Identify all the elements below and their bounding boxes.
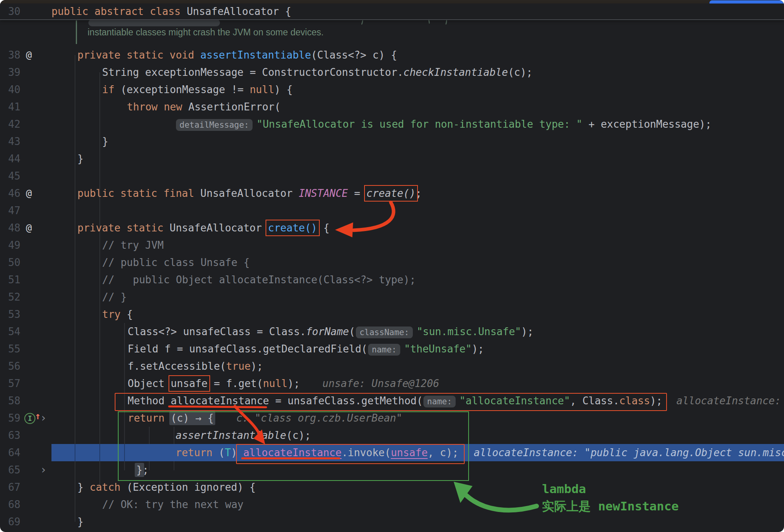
- code-token: );: [251, 360, 263, 372]
- line-number[interactable]: 55: [0, 340, 20, 358]
- code-token: ) {: [274, 84, 293, 95]
- code-token: private static void: [77, 49, 194, 61]
- line-number[interactable]: 51: [0, 271, 20, 288]
- code-line-50[interactable]: // public class Unsafe {: [51, 254, 784, 271]
- code-token: // public Object allocateInstance(Class<…: [102, 274, 416, 286]
- code-token: );: [521, 326, 533, 338]
- annotation-lambda-note: lambda实际上是 newInstance: [542, 480, 679, 515]
- code-line-45[interactable]: [51, 167, 784, 185]
- line-number[interactable]: 41: [0, 98, 20, 116]
- line-number[interactable]: 58: [0, 392, 20, 409]
- line-number[interactable]: 48: [0, 219, 20, 237]
- line-number[interactable]: 49: [0, 237, 20, 254]
- line-number[interactable]: 52: [0, 288, 20, 306]
- code-line-39[interactable]: String exceptionMessage = ConstructorCon…: [51, 64, 784, 81]
- code-line-41[interactable]: throw new AssertionError(: [51, 98, 784, 116]
- code-token: // public class Unsafe {: [102, 257, 250, 268]
- code-token: unsafe: [171, 378, 208, 389]
- code-token: );: [472, 343, 484, 355]
- code-token: "theUnsafe": [404, 343, 472, 355]
- code-token: catch: [90, 481, 120, 493]
- code-token: Field f = unsafeClass.getDeclaredField(: [128, 343, 367, 355]
- parameter-hint-pill[interactable]: detailMessage:: [176, 119, 253, 131]
- parameter-hint-pill[interactable]: className:: [356, 327, 412, 338]
- line-number[interactable]: 67: [0, 479, 20, 496]
- code-line-49[interactable]: // try JVM: [51, 237, 784, 254]
- line-number[interactable]: 53: [0, 306, 20, 323]
- code-token: f.setAccessible(: [128, 360, 226, 372]
- code-token: (Class<?> c) {: [311, 49, 397, 61]
- code-line-56[interactable]: f.setAccessible(true);: [51, 358, 784, 375]
- code-token: }: [77, 481, 90, 493]
- code-line-57[interactable]: Object unsafe = f.get(null); unsafe: Uns…: [51, 375, 784, 392]
- code-line-47[interactable]: [51, 202, 784, 219]
- navigate-up-icon[interactable]: ↑: [35, 410, 43, 422]
- window-top-strip: [0, 0, 784, 4]
- code-line-55[interactable]: Field f = unsafeClass.getDeclaredField(n…: [51, 340, 784, 358]
- line-number[interactable]: 57: [0, 375, 20, 392]
- line-number[interactable]: 47: [0, 202, 20, 219]
- code-line-54[interactable]: Class<?> unsafeClass = Class.forName(cla…: [51, 323, 784, 340]
- code-token: =: [348, 187, 366, 199]
- code-line-69[interactable]: }: [51, 513, 784, 530]
- code-token: unsafe: Unsafe@1206: [310, 378, 439, 389]
- code-line-52[interactable]: // }: [51, 288, 784, 306]
- line-number[interactable]: 40: [0, 81, 20, 98]
- line-number[interactable]: 64: [0, 444, 20, 461]
- lambda-note-line1: lambda: [542, 482, 586, 496]
- code-line-38[interactable]: private static void assertInstantiable(C…: [51, 46, 784, 64]
- line-number[interactable]: 59: [0, 409, 20, 427]
- line-number[interactable]: 46: [0, 185, 20, 202]
- line-number[interactable]: 56: [0, 358, 20, 375]
- code-token: UnsafeAllocator: [163, 222, 268, 234]
- code-line-48[interactable]: private static UnsafeAllocator create() …: [51, 219, 784, 237]
- line-number[interactable]: 38: [0, 46, 20, 64]
- code-line-46[interactable]: public static final UnsafeAllocator INST…: [51, 185, 784, 202]
- code-token: ;: [416, 187, 422, 199]
- code-token: AssertionError(: [182, 101, 280, 113]
- annotation-underline-allocateinstance: [241, 457, 340, 459]
- code-line-42[interactable]: detailMessage:"UnsafeAllocator is used f…: [51, 116, 784, 133]
- line-number[interactable]: 54: [0, 323, 20, 340]
- code-token: UnsafeAllocator {: [181, 6, 291, 17]
- code-line-43[interactable]: }: [51, 133, 784, 150]
- code-line-44[interactable]: }: [51, 150, 784, 167]
- line-number[interactable]: 45: [0, 167, 20, 185]
- code-line-53[interactable]: try {: [51, 306, 784, 323]
- code-token: // try JVM: [102, 239, 164, 251]
- line-number[interactable]: 39: [0, 64, 20, 81]
- code-token: "UnsafeAllocator is used for non-instant…: [256, 118, 583, 130]
- code-token: assertInstantiable: [200, 49, 311, 61]
- code-token: checkInstantiable: [403, 66, 508, 78]
- parameter-hint-pill[interactable]: name:: [368, 344, 400, 356]
- code-token: null: [263, 378, 288, 389]
- line-number[interactable]: 44: [0, 150, 20, 167]
- occluded-doc-pill: [88, 19, 220, 26]
- code-token: (Exception ignored) {: [121, 481, 256, 493]
- code-token: {: [121, 308, 133, 320]
- line-number[interactable]: 68: [0, 496, 20, 513]
- code-token: INSTANCE: [299, 187, 348, 199]
- annotation-gutter-icon[interactable]: @: [26, 185, 38, 202]
- annotation-gutter-icon[interactable]: @: [26, 46, 38, 64]
- line-number[interactable]: 63: [0, 427, 20, 444]
- code-line-51[interactable]: // public Object allocateInstance(Class<…: [51, 271, 784, 288]
- line-number[interactable]: 50: [0, 254, 20, 271]
- code-token: true: [226, 360, 251, 372]
- line-number[interactable]: 43: [0, 133, 20, 150]
- code-token: UnsafeAllocator: [194, 187, 299, 199]
- code-token: }: [102, 136, 108, 147]
- code-line-40[interactable]: if (exceptionMessage != null) {: [51, 81, 784, 98]
- code-token: (: [349, 326, 355, 338]
- line-number[interactable]: 65: [0, 461, 20, 479]
- line-number[interactable]: 42: [0, 116, 20, 133]
- sticky-code-line[interactable]: public abstract class UnsafeAllocator {: [51, 4, 291, 19]
- implements-interface-icon[interactable]: I: [24, 413, 35, 424]
- lambda-note-line2: 实际上是 newInstance: [542, 499, 679, 513]
- annotation-gutter-icon[interactable]: @: [26, 219, 38, 237]
- code-token: private static: [77, 222, 163, 234]
- code-token: forName: [306, 326, 349, 338]
- sticky-code-header[interactable]: 30 public abstract class UnsafeAllocator…: [0, 4, 784, 20]
- line-number[interactable]: 69: [0, 513, 20, 530]
- fold-chevron-icon[interactable]: ›: [40, 461, 49, 479]
